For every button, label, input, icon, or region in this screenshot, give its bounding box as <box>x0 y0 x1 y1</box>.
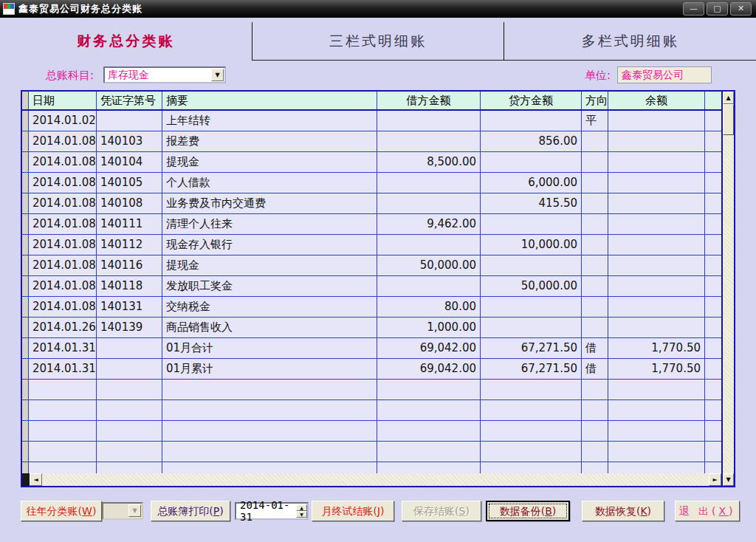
table-cell <box>582 131 608 151</box>
year-combobox[interactable]: ▼ <box>102 502 143 520</box>
table-cell <box>29 400 97 420</box>
table-cell <box>582 400 608 420</box>
vscroll-thumb[interactable] <box>723 104 734 135</box>
hscroll-thumb[interactable] <box>22 473 30 486</box>
table-row[interactable]: 2014.01.3101月合计69,042.0067,271.50借1,770.… <box>22 338 721 359</box>
row-selector[interactable] <box>22 380 29 399</box>
scroll-down-icon[interactable]: ▼ <box>723 473 734 486</box>
row-selector[interactable] <box>22 421 29 441</box>
row-selector[interactable] <box>22 442 29 462</box>
table-cell-spare <box>705 111 721 131</box>
table-row[interactable]: 2014.01.08140103报差费856.00 <box>22 131 721 152</box>
row-selector[interactable] <box>22 111 29 131</box>
unit-label: 单位: <box>585 69 611 83</box>
tab-three-column-ledger[interactable]: 三栏式明细账 <box>252 22 504 61</box>
table-row[interactable]: 2014.01.08140112现金存入银行10,000.00 <box>22 235 721 255</box>
table-row[interactable]: 2014.01.08140118发放职工奖金50,000.00 <box>22 276 721 297</box>
row-selector[interactable] <box>22 359 29 379</box>
table-row[interactable]: 2014.01.08140104提现金8,500.00 <box>22 152 721 173</box>
tab-multi-column-ledger[interactable]: 多栏式明细账 <box>504 22 756 61</box>
table-row[interactable]: 2014.01.08140131交纳税金80.00 <box>22 297 721 318</box>
maximize-button[interactable]: ▢ <box>707 2 728 16</box>
table-cell <box>377 380 481 399</box>
vscroll-track[interactable] <box>723 135 734 473</box>
month-end-trial-close-button[interactable]: 月终试结账(J) <box>312 501 394 521</box>
table-cell <box>481 421 582 441</box>
row-selector[interactable] <box>22 235 29 255</box>
table-cell <box>97 400 162 420</box>
data-restore-button[interactable]: 数据恢复(K) <box>582 501 664 521</box>
account-combobox[interactable]: 库存现金 ▼ <box>103 66 226 83</box>
row-selector[interactable] <box>22 297 29 317</box>
table-row[interactable] <box>22 400 721 421</box>
table-row[interactable] <box>22 380 721 400</box>
table-cell: 2014.01.26 <box>29 318 97 337</box>
chevron-down-icon[interactable]: ▼ <box>128 504 141 517</box>
close-button[interactable]: ✕ <box>730 2 752 16</box>
row-selector[interactable] <box>22 131 29 151</box>
table-cell-spare <box>705 318 721 337</box>
table-cell <box>97 359 162 379</box>
row-selector[interactable] <box>22 462 29 473</box>
grid-rows: 2014.01.02上年结转平2014.01.08140103报差费856.00… <box>22 111 721 473</box>
row-selector[interactable] <box>22 338 29 358</box>
row-selector[interactable] <box>22 400 29 420</box>
row-selector[interactable] <box>22 318 29 337</box>
scroll-left-icon[interactable]: ◄ <box>30 473 42 486</box>
table-row[interactable]: 2014.01.26140139商品销售收入1,000.00 <box>22 318 721 338</box>
save-closing-button[interactable]: 保存结账(S) <box>402 501 481 521</box>
scroll-up-icon[interactable]: ▲ <box>723 92 734 104</box>
date-spinner[interactable]: 2014-01-31 ▲ ▼ <box>235 502 309 520</box>
table-cell <box>608 462 705 473</box>
row-selector[interactable] <box>22 276 29 296</box>
minimize-button[interactable]: — <box>683 2 704 16</box>
print-ledger-button[interactable]: 总账簿打印(P) <box>151 501 230 521</box>
table-cell <box>608 131 705 151</box>
date-value[interactable]: 2014-01-31 <box>236 499 296 523</box>
table-cell <box>608 421 705 441</box>
table-cell <box>377 442 481 462</box>
table-cell <box>608 173 705 193</box>
table-cell-spare <box>705 131 721 151</box>
table-cell: 50,000.00 <box>481 276 582 296</box>
table-cell-spare <box>705 297 721 317</box>
column-header: 贷方金额 <box>481 92 582 109</box>
prev-years-ledger-button[interactable]: 往年分类账(W) <box>21 501 102 521</box>
row-selector[interactable] <box>22 193 29 213</box>
chevron-down-icon[interactable]: ▼ <box>211 69 224 81</box>
table-cell <box>162 462 377 473</box>
spin-up-icon[interactable]: ▲ <box>296 504 307 511</box>
table-row[interactable] <box>22 421 721 442</box>
tab-general-ledger[interactable]: 财务总分类账 <box>0 22 252 61</box>
table-row[interactable]: 2014.01.08140111清理个人往来9,462.00 <box>22 214 721 235</box>
table-row[interactable] <box>22 462 721 473</box>
table-cell: 10,000.00 <box>481 235 582 255</box>
horizontal-scrollbar[interactable]: ◄ ► <box>22 473 721 486</box>
exit-button[interactable]: 退 出(X) <box>675 501 740 521</box>
vertical-scrollbar[interactable]: ▲ ▼ <box>721 92 734 486</box>
row-selector[interactable] <box>22 152 29 172</box>
table-row[interactable]: 2014.01.08140108业务费及市内交通费415.50 <box>22 193 721 214</box>
table-cell: 清理个人往来 <box>162 214 377 234</box>
row-selector[interactable] <box>22 173 29 193</box>
table-cell-spare <box>705 214 721 234</box>
table-row[interactable]: 2014.01.02上年结转平 <box>22 111 721 131</box>
data-backup-button[interactable]: 数据备份(B) <box>486 501 570 521</box>
spin-down-icon[interactable]: ▼ <box>296 511 307 518</box>
table-row[interactable]: 2014.01.08140116提现金50,000.00 <box>22 255 721 276</box>
table-cell: 856.00 <box>481 131 582 151</box>
scroll-right-icon[interactable]: ► <box>709 473 721 486</box>
grid-header-row: 日期凭证字第号摘要借方金额贷方金额方向余额 <box>22 92 721 111</box>
row-selector[interactable] <box>22 214 29 234</box>
table-row[interactable]: 2014.01.3101月累计69,042.0067,271.50借1,770.… <box>22 359 721 380</box>
table-cell: 01月合计 <box>162 338 377 358</box>
table-cell <box>29 442 97 462</box>
table-row[interactable]: 2014.01.08140105个人借款6,000.00 <box>22 173 721 193</box>
table-cell: 2014.01.02 <box>29 111 97 131</box>
row-selector[interactable] <box>22 255 29 275</box>
hscroll-track[interactable] <box>42 473 709 486</box>
table-cell: 140131 <box>97 297 162 317</box>
table-cell: 平 <box>582 111 608 131</box>
table-row[interactable] <box>22 442 721 462</box>
table-cell <box>377 111 481 131</box>
